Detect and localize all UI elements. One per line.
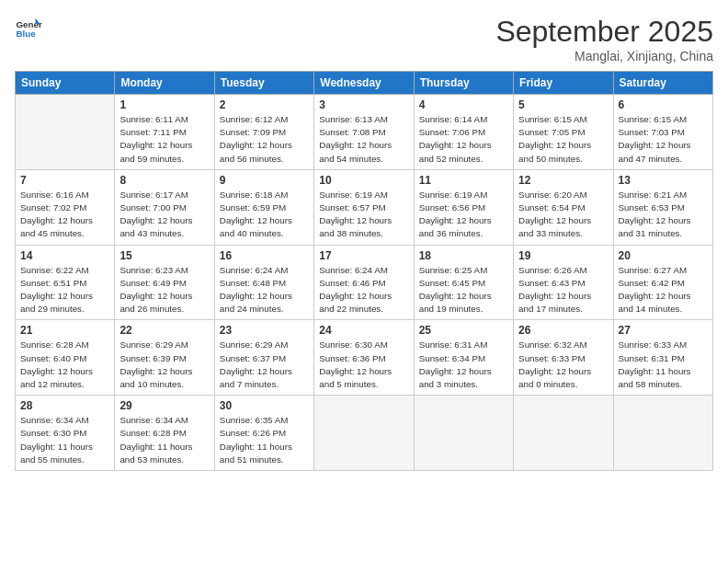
calendar-empty — [314, 396, 414, 471]
day-number: 7 — [20, 174, 109, 187]
day-number: 10 — [319, 174, 408, 187]
calendar-day-25: 25Sunrise: 6:31 AMSunset: 6:34 PMDayligh… — [414, 320, 513, 396]
calendar-day-9: 9Sunrise: 6:18 AMSunset: 6:59 PMDaylight… — [214, 169, 313, 245]
weekday-header-sunday: Sunday — [16, 72, 115, 95]
calendar-day-30: 30Sunrise: 6:35 AMSunset: 6:26 PMDayligh… — [214, 396, 313, 471]
calendar-empty — [613, 396, 712, 471]
day-info: Sunrise: 6:30 AMSunset: 6:36 PMDaylight:… — [319, 339, 408, 391]
calendar-day-21: 21Sunrise: 6:28 AMSunset: 6:40 PMDayligh… — [16, 320, 115, 396]
logo: General Blue — [15, 15, 42, 42]
calendar-table: SundayMondayTuesdayWednesdayThursdayFrid… — [15, 71, 713, 471]
day-number: 2 — [220, 98, 309, 111]
calendar-day-7: 7Sunrise: 6:16 AMSunset: 7:02 PMDaylight… — [16, 169, 115, 245]
location: Manglai, Xinjiang, China — [495, 49, 713, 63]
weekday-header-wednesday: Wednesday — [314, 72, 414, 95]
day-info: Sunrise: 6:32 AMSunset: 6:33 PMDaylight:… — [518, 339, 608, 391]
calendar-day-8: 8Sunrise: 6:17 AMSunset: 7:00 PMDaylight… — [115, 169, 214, 245]
day-number: 24 — [319, 324, 408, 337]
calendar-day-1: 1Sunrise: 6:11 AMSunset: 7:11 PMDaylight… — [115, 95, 214, 170]
day-number: 18 — [419, 249, 508, 262]
day-number: 20 — [619, 249, 708, 262]
day-number: 21 — [20, 324, 109, 337]
day-number: 29 — [119, 399, 209, 412]
calendar-day-13: 13Sunrise: 6:21 AMSunset: 6:53 PMDayligh… — [613, 169, 712, 245]
day-info: Sunrise: 6:18 AMSunset: 6:59 PMDaylight:… — [220, 189, 309, 241]
calendar-week-3: 14Sunrise: 6:22 AMSunset: 6:51 PMDayligh… — [16, 245, 713, 320]
calendar-day-12: 12Sunrise: 6:20 AMSunset: 6:54 PMDayligh… — [514, 169, 613, 245]
calendar-day-17: 17Sunrise: 6:24 AMSunset: 6:46 PMDayligh… — [314, 245, 414, 320]
day-info: Sunrise: 6:26 AMSunset: 6:43 PMDaylight:… — [518, 264, 608, 316]
month-title: September 2025 — [495, 15, 713, 49]
day-info: Sunrise: 6:34 AMSunset: 6:30 PMDaylight:… — [20, 414, 109, 466]
weekday-header-saturday: Saturday — [613, 72, 712, 95]
day-number: 16 — [220, 249, 309, 262]
day-number: 23 — [220, 324, 309, 337]
calendar-day-5: 5Sunrise: 6:15 AMSunset: 7:05 PMDaylight… — [514, 95, 613, 170]
day-number: 28 — [20, 399, 109, 412]
title-block: September 2025 Manglai, Xinjiang, China — [495, 15, 713, 63]
calendar-week-1: 1Sunrise: 6:11 AMSunset: 7:11 PMDaylight… — [16, 95, 713, 170]
calendar-day-19: 19Sunrise: 6:26 AMSunset: 6:43 PMDayligh… — [514, 245, 613, 320]
day-info: Sunrise: 6:23 AMSunset: 6:49 PMDaylight:… — [119, 264, 209, 316]
day-info: Sunrise: 6:27 AMSunset: 6:42 PMDaylight:… — [619, 264, 708, 316]
calendar-day-10: 10Sunrise: 6:19 AMSunset: 6:57 PMDayligh… — [314, 169, 414, 245]
day-number: 11 — [419, 174, 508, 187]
weekday-header-row: SundayMondayTuesdayWednesdayThursdayFrid… — [16, 72, 713, 95]
day-number: 19 — [518, 249, 608, 262]
calendar-day-23: 23Sunrise: 6:29 AMSunset: 6:37 PMDayligh… — [214, 320, 313, 396]
calendar-day-16: 16Sunrise: 6:24 AMSunset: 6:48 PMDayligh… — [214, 245, 313, 320]
day-info: Sunrise: 6:15 AMSunset: 7:05 PMDaylight:… — [518, 113, 608, 166]
day-info: Sunrise: 6:24 AMSunset: 6:48 PMDaylight:… — [220, 264, 309, 316]
day-info: Sunrise: 6:15 AMSunset: 7:03 PMDaylight:… — [619, 113, 708, 166]
day-number: 12 — [518, 174, 608, 187]
calendar-day-3: 3Sunrise: 6:13 AMSunset: 7:08 PMDaylight… — [314, 95, 414, 170]
calendar-day-20: 20Sunrise: 6:27 AMSunset: 6:42 PMDayligh… — [613, 245, 712, 320]
day-info: Sunrise: 6:33 AMSunset: 6:31 PMDaylight:… — [619, 339, 708, 391]
day-number: 26 — [518, 324, 608, 337]
day-number: 15 — [119, 249, 209, 262]
page-header: General Blue September 2025 Manglai, Xin… — [15, 15, 713, 63]
day-info: Sunrise: 6:12 AMSunset: 7:09 PMDaylight:… — [220, 113, 309, 166]
calendar-day-27: 27Sunrise: 6:33 AMSunset: 6:31 PMDayligh… — [613, 320, 712, 396]
day-number: 13 — [619, 174, 708, 187]
calendar-week-5: 28Sunrise: 6:34 AMSunset: 6:30 PMDayligh… — [16, 396, 713, 471]
day-number: 3 — [319, 98, 408, 111]
day-info: Sunrise: 6:28 AMSunset: 6:40 PMDaylight:… — [20, 339, 109, 391]
calendar-empty — [414, 396, 513, 471]
weekday-header-thursday: Thursday — [414, 72, 513, 95]
calendar-day-26: 26Sunrise: 6:32 AMSunset: 6:33 PMDayligh… — [514, 320, 613, 396]
day-number: 27 — [619, 324, 708, 337]
calendar-day-4: 4Sunrise: 6:14 AMSunset: 7:06 PMDaylight… — [414, 95, 513, 170]
day-info: Sunrise: 6:35 AMSunset: 6:26 PMDaylight:… — [220, 414, 309, 466]
day-info: Sunrise: 6:31 AMSunset: 6:34 PMDaylight:… — [419, 339, 508, 391]
calendar-day-18: 18Sunrise: 6:25 AMSunset: 6:45 PMDayligh… — [414, 245, 513, 320]
calendar-day-2: 2Sunrise: 6:12 AMSunset: 7:09 PMDaylight… — [214, 95, 313, 170]
day-info: Sunrise: 6:20 AMSunset: 6:54 PMDaylight:… — [518, 189, 608, 241]
calendar-empty — [16, 95, 115, 170]
day-info: Sunrise: 6:16 AMSunset: 7:02 PMDaylight:… — [20, 189, 109, 241]
day-number: 1 — [119, 98, 209, 111]
logo-icon: General Blue — [15, 15, 42, 42]
weekday-header-friday: Friday — [514, 72, 613, 95]
day-info: Sunrise: 6:24 AMSunset: 6:46 PMDaylight:… — [319, 264, 408, 316]
day-number: 6 — [619, 98, 708, 111]
day-info: Sunrise: 6:11 AMSunset: 7:11 PMDaylight:… — [119, 113, 209, 166]
day-number: 14 — [20, 249, 109, 262]
calendar-day-24: 24Sunrise: 6:30 AMSunset: 6:36 PMDayligh… — [314, 320, 414, 396]
day-info: Sunrise: 6:34 AMSunset: 6:28 PMDaylight:… — [119, 414, 209, 466]
calendar-day-22: 22Sunrise: 6:29 AMSunset: 6:39 PMDayligh… — [115, 320, 214, 396]
day-number: 30 — [220, 399, 309, 412]
day-info: Sunrise: 6:29 AMSunset: 6:39 PMDaylight:… — [119, 339, 209, 391]
day-info: Sunrise: 6:29 AMSunset: 6:37 PMDaylight:… — [220, 339, 309, 391]
day-info: Sunrise: 6:13 AMSunset: 7:08 PMDaylight:… — [319, 113, 408, 166]
calendar-day-29: 29Sunrise: 6:34 AMSunset: 6:28 PMDayligh… — [115, 396, 214, 471]
day-number: 4 — [419, 98, 508, 111]
day-info: Sunrise: 6:21 AMSunset: 6:53 PMDaylight:… — [619, 189, 708, 241]
weekday-header-monday: Monday — [115, 72, 214, 95]
weekday-header-tuesday: Tuesday — [214, 72, 313, 95]
day-number: 22 — [119, 324, 209, 337]
day-info: Sunrise: 6:19 AMSunset: 6:56 PMDaylight:… — [419, 189, 508, 241]
calendar-week-4: 21Sunrise: 6:28 AMSunset: 6:40 PMDayligh… — [16, 320, 713, 396]
day-info: Sunrise: 6:22 AMSunset: 6:51 PMDaylight:… — [20, 264, 109, 316]
calendar-day-28: 28Sunrise: 6:34 AMSunset: 6:30 PMDayligh… — [16, 396, 115, 471]
